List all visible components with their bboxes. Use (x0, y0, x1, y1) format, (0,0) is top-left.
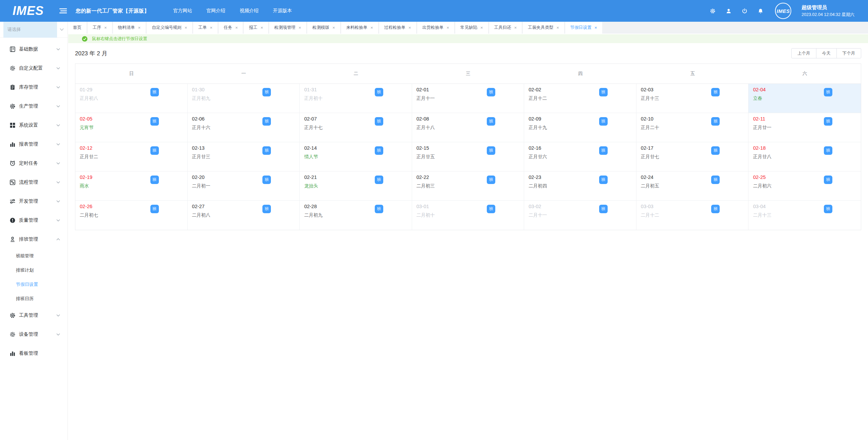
shift-badge[interactable]: 班 (375, 88, 383, 96)
shift-badge[interactable]: 班 (262, 146, 271, 155)
tab-检测项管理[interactable]: 检测项管理× (269, 22, 306, 34)
calendar-cell-01-29[interactable]: 01-29正月初八班 (75, 84, 188, 113)
tab-工装夹具类型[interactable]: 工装夹具类型× (523, 22, 564, 34)
shift-badge[interactable]: 班 (375, 205, 383, 213)
tab-检测模版[interactable]: 检测模版× (307, 22, 340, 34)
tab-工序[interactable]: 工序× (88, 22, 112, 34)
shift-badge[interactable]: 班 (150, 88, 159, 96)
tab-close-icon[interactable]: × (594, 25, 597, 30)
sidebar-item-定时任务[interactable]: 定时任务 (0, 154, 68, 173)
sidebar-item-系统设置[interactable]: 系统设置 (0, 116, 68, 135)
calendar-cell-02-16[interactable]: 02-16正月廿六班 (524, 142, 636, 171)
shift-badge[interactable]: 班 (599, 176, 608, 184)
sidebar-item-排班管理[interactable]: 排班管理 (0, 230, 68, 249)
tab-来料检验单[interactable]: 来料检验单× (341, 22, 378, 34)
sidebar-item-流程管理[interactable]: 流程管理 (0, 173, 68, 192)
sidebar-subitem-班组管理[interactable]: 班组管理 (0, 249, 68, 263)
calendar-cell-03-02[interactable]: 03-02二月十一班 (524, 201, 636, 230)
calendar-cell-02-08[interactable]: 02-08正月十八班 (412, 113, 524, 142)
header-nav-link[interactable]: 官网介绍 (206, 8, 225, 14)
tab-close-icon[interactable]: × (185, 25, 187, 30)
tab-close-icon[interactable]: × (446, 25, 449, 30)
sidebar-filter-select[interactable]: 请选择 (0, 22, 68, 38)
tab-工单[interactable]: 工单× (193, 22, 218, 34)
calendar-cell-02-05[interactable]: 02-05元宵节班 (75, 113, 188, 142)
tab-close-icon[interactable]: × (210, 25, 213, 30)
shift-badge[interactable]: 班 (262, 88, 271, 96)
shift-badge[interactable]: 班 (599, 205, 608, 213)
header-nav-link[interactable]: 官方网站 (173, 8, 192, 14)
tab-物料清单[interactable]: 物料清单× (113, 22, 146, 34)
tab-close-icon[interactable]: × (299, 25, 301, 30)
calendar-button-今天[interactable]: 今天 (816, 48, 837, 58)
calendar-cell-02-11[interactable]: 02-11正月廿一班 (749, 113, 861, 142)
sidebar-item-看板管理[interactable]: 看板管理 (0, 344, 68, 363)
calendar-cell-02-09[interactable]: 02-09正月十九班 (524, 113, 636, 142)
shift-badge[interactable]: 班 (711, 88, 720, 96)
tab-出货检验单[interactable]: 出货检验单× (417, 22, 454, 34)
sidebar-item-生产管理[interactable]: 生产管理 (0, 97, 68, 116)
tab-节假日设置[interactable]: 节假日设置× (565, 22, 602, 34)
sidebar-item-报表管理[interactable]: 报表管理 (0, 135, 68, 154)
power-icon[interactable] (742, 8, 747, 14)
shift-badge[interactable]: 班 (711, 205, 720, 213)
calendar-cell-02-19[interactable]: 02-19雨水班 (75, 171, 188, 201)
shift-badge[interactable]: 班 (711, 176, 720, 184)
calendar-cell-02-01[interactable]: 02-01正月十一班 (412, 84, 524, 113)
calendar-cell-02-15[interactable]: 02-15正月廿五班 (412, 142, 524, 171)
tab-工具归还[interactable]: 工具归还× (489, 22, 522, 34)
tab-close-icon[interactable]: × (370, 25, 373, 30)
tab-close-icon[interactable]: × (480, 25, 483, 30)
shift-badge[interactable]: 班 (150, 117, 159, 126)
calendar-cell-02-06[interactable]: 02-06正月十六班 (188, 113, 300, 142)
calendar-cell-02-07[interactable]: 02-07正月十七班 (300, 113, 412, 142)
header-nav-link[interactable]: 视频介绍 (240, 8, 259, 14)
shift-badge[interactable]: 班 (599, 117, 608, 126)
sidebar-subitem-排班日历[interactable]: 排班日历 (0, 292, 68, 306)
shift-badge[interactable]: 班 (375, 176, 383, 184)
tab-close-icon[interactable]: × (260, 25, 263, 30)
calendar-cell-01-31[interactable]: 01-31正月初十班 (300, 84, 412, 113)
calendar-button-下个月[interactable]: 下个月 (836, 48, 862, 58)
calendar-cell-02-04[interactable]: 02-04立春班 (749, 84, 861, 113)
tab-close-icon[interactable]: × (235, 25, 238, 30)
sidebar-subitem-节假日设置[interactable]: 节假日设置 (0, 277, 68, 292)
tab-close-icon[interactable]: × (332, 25, 335, 30)
sidebar-item-库存管理[interactable]: 库存管理 (0, 78, 68, 97)
shift-badge[interactable]: 班 (375, 146, 383, 155)
tab-close-icon[interactable]: × (514, 25, 517, 30)
calendar-cell-02-23[interactable]: 02-23二月初四班 (524, 171, 636, 201)
shift-badge[interactable]: 班 (262, 176, 271, 184)
tab-close-icon[interactable]: × (104, 25, 107, 30)
tab-close-icon[interactable]: × (556, 25, 559, 30)
calendar-cell-02-17[interactable]: 02-17正月廿七班 (636, 142, 749, 171)
calendar-cell-02-10[interactable]: 02-10正月二十班 (636, 113, 749, 142)
tab-常见缺陷[interactable]: 常见缺陷× (455, 22, 488, 34)
calendar-cell-02-18[interactable]: 02-18正月廿八班 (749, 142, 861, 171)
tab-close-icon[interactable]: × (138, 25, 141, 30)
shift-badge[interactable]: 班 (150, 205, 159, 213)
shift-badge[interactable]: 班 (824, 146, 832, 155)
calendar-cell-02-14[interactable]: 02-14情人节班 (300, 142, 412, 171)
calendar-cell-03-03[interactable]: 03-03二月十二班 (636, 201, 749, 230)
shift-badge[interactable]: 班 (824, 205, 832, 213)
shift-badge[interactable]: 班 (824, 176, 832, 184)
calendar-cell-02-03[interactable]: 02-03正月十三班 (636, 84, 749, 113)
calendar-cell-02-20[interactable]: 02-20二月初一班 (188, 171, 300, 201)
sidebar-item-质量管理[interactable]: 质量管理 (0, 211, 68, 230)
calendar-cell-01-30[interactable]: 01-30正月初九班 (188, 84, 300, 113)
user-icon[interactable] (726, 8, 732, 14)
sidebar-item-工具管理[interactable]: 工具管理 (0, 306, 68, 325)
shift-badge[interactable]: 班 (824, 88, 832, 96)
calendar-cell-02-02[interactable]: 02-02正月十二班 (524, 84, 636, 113)
calendar-cell-02-25[interactable]: 02-25二月初六班 (749, 171, 861, 201)
calendar-cell-02-13[interactable]: 02-13正月廿三班 (188, 142, 300, 171)
calendar-button-上个月[interactable]: 上个月 (791, 48, 816, 58)
calendar-cell-02-21[interactable]: 02-21龙抬头班 (300, 171, 412, 201)
shift-badge[interactable]: 班 (487, 117, 495, 126)
shift-badge[interactable]: 班 (487, 176, 495, 184)
header-nav-link[interactable]: 开源版本 (273, 8, 292, 14)
sidebar-item-设备管理[interactable]: 设备管理 (0, 325, 68, 344)
shift-badge[interactable]: 班 (711, 117, 720, 126)
tab-任务[interactable]: 任务× (219, 22, 243, 34)
